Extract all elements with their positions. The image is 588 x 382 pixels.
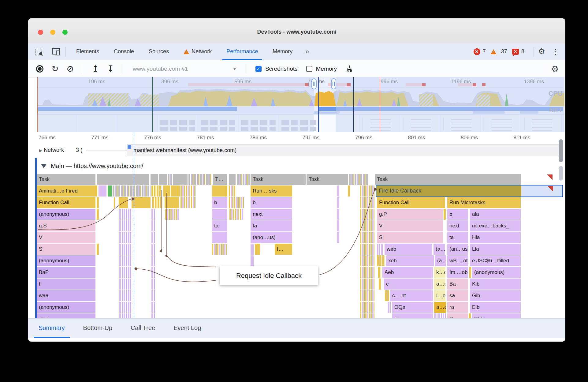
- flame-segment[interactable]: [151, 290, 156, 301]
- flame-segment[interactable]: [337, 197, 339, 208]
- flame-segment[interactable]: Im.…ob: [447, 267, 468, 278]
- flame-segment[interactable]: [212, 185, 227, 197]
- flame-segment[interactable]: [360, 313, 374, 318]
- flame-segment[interactable]: [165, 209, 179, 220]
- flame-segment[interactable]: [99, 185, 106, 197]
- flame-segment[interactable]: V: [37, 232, 95, 243]
- flame-segment[interactable]: [360, 197, 374, 208]
- network-track-toggle[interactable]: ▶ Network: [37, 146, 66, 154]
- flame-segment[interactable]: [132, 197, 151, 208]
- flame-segment[interactable]: xeb: [386, 255, 434, 266]
- timeline-overview[interactable]: 196 ms396 ms596 ms796 ms996 ms1196 ms139…: [37, 77, 564, 132]
- flame-segment[interactable]: e.JSC$6…lfilled: [470, 255, 521, 266]
- flame-segment[interactable]: [165, 197, 179, 208]
- flame-segment[interactable]: Aeb: [382, 267, 433, 278]
- error-count[interactable]: 7: [483, 48, 486, 55]
- flame-segment[interactable]: [377, 244, 384, 255]
- clear-icon[interactable]: ⊘: [66, 65, 73, 73]
- inspect-element-icon[interactable]: [35, 48, 43, 56]
- flame-segment[interactable]: [151, 220, 156, 231]
- flame-segment[interactable]: [152, 197, 163, 208]
- flame-segment[interactable]: [360, 255, 374, 266]
- flame-segment[interactable]: [168, 174, 172, 185]
- flame-segment[interactable]: [188, 174, 212, 185]
- flame-segment[interactable]: [159, 174, 167, 185]
- flame-segment[interactable]: Shb: [472, 313, 521, 318]
- flame-segment[interactable]: V: [377, 220, 443, 231]
- flame-segment[interactable]: [229, 185, 236, 197]
- error-count-icon[interactable]: ✕: [474, 48, 480, 55]
- flame-segment[interactable]: [151, 255, 156, 266]
- flame-segment[interactable]: Animati…e Fired: [37, 185, 97, 197]
- memory-checkbox[interactable]: [306, 66, 312, 72]
- flame-segment[interactable]: k…d: [434, 267, 445, 278]
- selected-event-box[interactable]: Fire Idle Callback: [376, 185, 563, 197]
- flame-segment[interactable]: (anonymous): [37, 255, 95, 266]
- tab-sources[interactable]: Sources: [141, 43, 176, 60]
- flame-segment[interactable]: t: [37, 279, 95, 290]
- flame-segment[interactable]: [180, 185, 196, 197]
- issues-icon[interactable]: ✕: [512, 49, 519, 55]
- selection-handle-right[interactable]: [331, 78, 336, 89]
- flame-segment[interactable]: [114, 197, 116, 208]
- flame-segment[interactable]: [360, 244, 374, 255]
- flame-segment[interactable]: Run Microtasks: [447, 197, 521, 208]
- flame-segment[interactable]: [360, 209, 374, 220]
- flame-segment[interactable]: Gib: [470, 290, 521, 301]
- flame-segment[interactable]: [97, 197, 99, 208]
- warning-count[interactable]: 37: [501, 48, 507, 55]
- issues-count[interactable]: 8: [521, 48, 524, 55]
- flame-segment[interactable]: OQa: [392, 302, 433, 313]
- flame-segment[interactable]: [151, 232, 156, 243]
- flame-segment[interactable]: [444, 209, 446, 220]
- flame-segment[interactable]: [388, 302, 391, 313]
- flame-segment[interactable]: b: [251, 197, 292, 208]
- flame-segment[interactable]: f…: [275, 244, 292, 255]
- vertical-scrollbar-thumb-2[interactable]: [559, 166, 563, 181]
- flame-segment[interactable]: [108, 185, 112, 197]
- flame-segment[interactable]: [469, 267, 471, 278]
- flame-segment[interactable]: next: [37, 313, 95, 318]
- flame-segment[interactable]: T…: [213, 174, 227, 185]
- kebab-menu-icon[interactable]: ⋮: [552, 47, 559, 56]
- flame-segment[interactable]: i…e: [434, 290, 445, 301]
- flame-segment[interactable]: [379, 279, 381, 290]
- flame-segment[interactable]: Run …sks: [251, 185, 292, 197]
- selection-handle-left[interactable]: [311, 78, 317, 89]
- flame-segment[interactable]: [171, 185, 180, 197]
- flame-segment[interactable]: (anonymous): [37, 302, 95, 313]
- flame-segment[interactable]: a…d: [434, 279, 445, 290]
- capture-settings-gear-icon[interactable]: ⚙: [551, 64, 559, 74]
- save-profile-icon[interactable]: ↧: [107, 65, 114, 73]
- screenshots-checkbox[interactable]: ✓: [255, 66, 262, 72]
- flame-segment[interactable]: [469, 313, 471, 318]
- flame-segment[interactable]: g.P: [377, 209, 443, 220]
- main-track-header[interactable]: Main — https://www.youtube.com/: [37, 158, 564, 174]
- flame-segment[interactable]: [385, 290, 389, 301]
- flame-segment[interactable]: [212, 209, 227, 220]
- flame-segment[interactable]: [229, 197, 244, 208]
- flame-segment[interactable]: [119, 267, 132, 278]
- flame-segment[interactable]: [360, 290, 374, 301]
- flame-segment[interactable]: (anonymous): [37, 209, 95, 220]
- bottom-tab-event-log[interactable]: Event Log: [169, 319, 206, 338]
- flame-segment[interactable]: [113, 185, 151, 197]
- flame-segment[interactable]: ta: [447, 232, 468, 243]
- flame-segment[interactable]: Ba: [447, 279, 468, 290]
- flame-segment[interactable]: ra: [447, 302, 468, 313]
- flame-segment[interactable]: sa: [447, 290, 468, 301]
- flame-segment[interactable]: [97, 244, 99, 255]
- flame-segment[interactable]: [119, 279, 132, 290]
- flame-segment[interactable]: Task: [37, 174, 95, 185]
- flame-segment[interactable]: [337, 185, 339, 197]
- flame-segment[interactable]: [360, 279, 374, 290]
- flame-segment[interactable]: [119, 232, 132, 243]
- flame-segment[interactable]: a…d: [434, 302, 446, 313]
- flame-segment[interactable]: Function Call: [37, 197, 95, 208]
- flame-segment[interactable]: [337, 232, 339, 243]
- flame-segment[interactable]: next: [251, 209, 292, 220]
- flame-segment[interactable]: [151, 209, 156, 220]
- flame-segment[interactable]: [119, 244, 132, 255]
- flame-segment[interactable]: Lla: [470, 244, 521, 255]
- flame-segment[interactable]: [377, 255, 385, 266]
